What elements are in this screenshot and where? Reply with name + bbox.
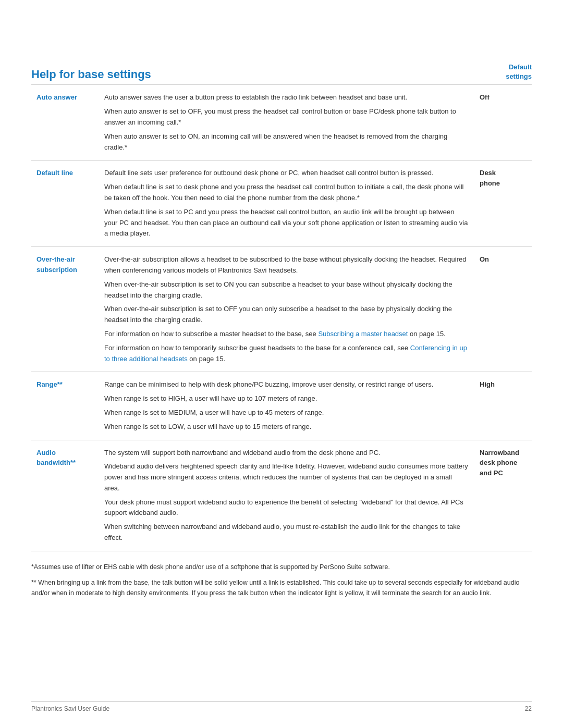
- table-row: Over-the-airsubscriptionOver-the-air sub…: [31, 247, 532, 372]
- inline-link[interactable]: Subscribing a master headset: [318, 330, 408, 338]
- footnote-section: *Assumes use of lifter or EHS cable with…: [31, 562, 532, 598]
- setting-default: On: [474, 247, 532, 372]
- footer-page: 22: [525, 705, 532, 712]
- footnote: ** When bringing up a link from the base…: [31, 577, 532, 598]
- setting-description: The system will support both narrowband …: [99, 440, 474, 551]
- footer-brand: Plantronics Savi User Guide: [31, 705, 109, 712]
- setting-default: Off: [474, 85, 532, 160]
- setting-name: Default line: [31, 161, 99, 247]
- settings-table: Auto answerAuto answer saves the user a …: [31, 85, 532, 551]
- default-settings-header: Defaultsettings: [506, 63, 532, 81]
- table-row: Auto answerAuto answer saves the user a …: [31, 85, 532, 160]
- setting-name: Range**: [31, 372, 99, 440]
- setting-description: Auto answer saves the user a button pres…: [99, 85, 474, 160]
- page-title: Help for base settings: [31, 68, 151, 81]
- setting-name: Auto answer: [31, 85, 99, 160]
- page-footer: Plantronics Savi User Guide 22: [31, 701, 532, 712]
- setting-description: Over-the-air subscription allows a heads…: [99, 247, 474, 372]
- table-row: Audiobandwidth**The system will support …: [31, 440, 532, 551]
- table-row: Default lineDefault line sets user prefe…: [31, 161, 532, 247]
- setting-name: Over-the-airsubscription: [31, 247, 99, 372]
- table-row: Range**Range can be minimised to help wi…: [31, 372, 532, 440]
- setting-default: Deskphone: [474, 161, 532, 247]
- setting-description: Range can be minimised to help with desk…: [99, 372, 474, 440]
- setting-name: Audiobandwidth**: [31, 440, 99, 551]
- setting-default: High: [474, 372, 532, 440]
- footnote: *Assumes use of lifter or EHS cable with…: [31, 562, 532, 572]
- setting-description: Default line sets user preference for ou…: [99, 161, 474, 247]
- setting-default: Narrowbanddesk phoneand PC: [474, 440, 532, 551]
- inline-link[interactable]: Conferencing in up to three additional h…: [104, 344, 467, 363]
- page-header: Help for base settings Defaultsettings: [31, 63, 532, 85]
